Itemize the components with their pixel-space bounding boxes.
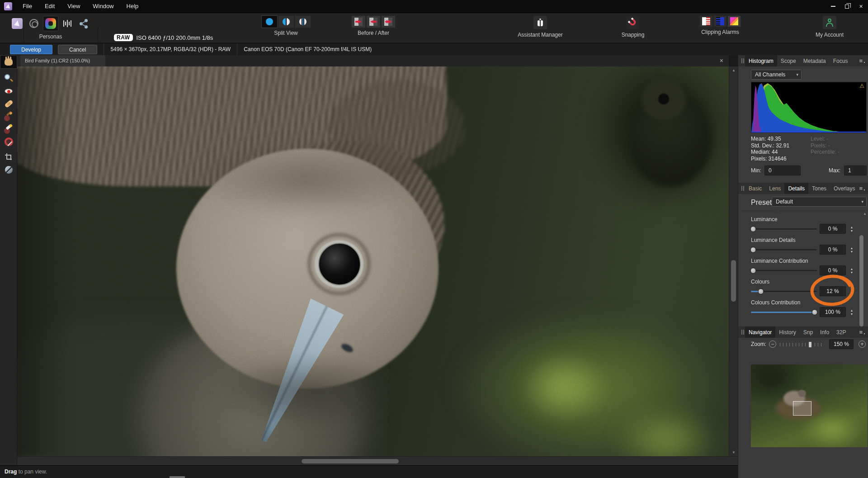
menu-item-file[interactable]: File <box>16 0 38 13</box>
remove-overlay-tool[interactable] <box>0 163 17 176</box>
warning-icon[interactable]: ⚠ <box>859 83 864 89</box>
horizontal-scroll-thumb[interactable] <box>302 459 399 464</box>
details-scrollbar-thumb[interactable] <box>859 235 863 327</box>
photo-persona-button[interactable] <box>9 16 25 31</box>
menu-item-edit[interactable]: Edit <box>38 0 61 13</box>
zoom-slider[interactable] <box>780 343 821 346</box>
tab-overlays[interactable]: Overlays <box>830 183 859 194</box>
gamut-clipping-button[interactable] <box>728 16 741 27</box>
navigator-view-rect[interactable] <box>793 401 811 416</box>
tab-32p[interactable]: 32P <box>833 327 849 338</box>
canvas-horizontal-scrollbar[interactable] <box>17 456 738 465</box>
stepper-up-icon[interactable]: ▲ <box>849 246 855 250</box>
my-account-button[interactable] <box>823 16 836 29</box>
scroll-up-icon[interactable]: ▲ <box>863 212 867 216</box>
stepper-down-icon[interactable]: ▼ <box>849 229 855 232</box>
slider-stepper[interactable]: ▲▼ <box>849 267 855 274</box>
scroll-up-icon[interactable]: ▲ <box>729 68 738 72</box>
show-after-button[interactable] <box>352 16 365 28</box>
slider-track[interactable] <box>751 249 817 251</box>
tab-histogram[interactable]: Histogram <box>745 55 777 66</box>
minimize-button[interactable] <box>826 0 840 13</box>
overlay-erase-tool[interactable] <box>0 122 17 136</box>
slider-thumb[interactable] <box>750 268 756 274</box>
assistant-manager-button[interactable] <box>533 16 547 29</box>
canvas-vertical-scrollbar[interactable]: ▲ ▼ <box>729 66 738 456</box>
histogram-chart[interactable]: ⚠ <box>751 82 867 133</box>
split-view-mirror-button[interactable] <box>295 16 311 28</box>
tab-basic[interactable]: Basic <box>745 183 765 194</box>
zoom-slider-thumb[interactable] <box>808 341 812 348</box>
slider-thumb[interactable] <box>812 309 818 315</box>
export-persona-button[interactable] <box>76 16 92 31</box>
tab-history[interactable]: History <box>775 327 799 338</box>
slider-thumb[interactable] <box>750 226 756 232</box>
show-before-button[interactable] <box>367 16 380 28</box>
tab-lens[interactable]: Lens <box>765 183 784 194</box>
panel-drag-handle[interactable] <box>741 327 745 338</box>
tab-scope[interactable]: Scope <box>777 55 800 66</box>
maximize-button[interactable] <box>840 0 854 13</box>
stepper-up-icon[interactable]: ▲ <box>849 267 855 270</box>
stepper-down-icon[interactable]: ▼ <box>849 250 855 253</box>
slider-track[interactable] <box>751 312 817 313</box>
zoom-out-button[interactable]: − <box>769 341 776 348</box>
tone-mapping-persona-button[interactable] <box>60 16 75 31</box>
close-button[interactable]: × <box>854 0 868 13</box>
vertical-scroll-thumb[interactable] <box>731 260 736 302</box>
split-view-half-button[interactable] <box>278 16 294 28</box>
tab-focus[interactable]: Focus <box>830 55 852 66</box>
crop-tool[interactable] <box>0 150 17 164</box>
tab-details[interactable]: Details <box>784 183 808 194</box>
blemish-removal-tool[interactable] <box>0 97 17 110</box>
panel-menu-icon[interactable]: ≡ <box>859 57 865 64</box>
tab-info[interactable]: Info <box>816 327 833 338</box>
overlay-gradient-tool[interactable] <box>0 135 17 148</box>
toggle-before-after-button[interactable] <box>382 16 395 28</box>
zoom-in-button[interactable]: + <box>859 341 866 348</box>
zoom-value[interactable]: 150 % <box>829 339 854 349</box>
tab-tones[interactable]: Tones <box>808 183 830 194</box>
slider-value[interactable]: 100 % <box>820 307 846 317</box>
panel-drag-handle[interactable] <box>741 183 745 194</box>
navigator-thumbnail[interactable] <box>751 364 868 447</box>
slider-stepper[interactable]: ▲▼ <box>849 309 855 316</box>
preset-select[interactable]: Default ▾ <box>772 197 867 207</box>
tab-navigator[interactable]: Navigator <box>745 327 775 338</box>
slider-value[interactable]: 0 % <box>820 245 846 255</box>
overlay-paint-tool[interactable] <box>0 109 17 123</box>
develop-persona-button[interactable] <box>43 16 58 31</box>
red-eye-removal-tool[interactable] <box>0 84 17 98</box>
panel-menu-icon[interactable]: ≡ <box>859 329 865 336</box>
shadow-clipping-button[interactable] <box>714 16 726 27</box>
view-tool[interactable] <box>0 55 17 69</box>
menu-item-view[interactable]: View <box>61 0 86 13</box>
image-canvas[interactable] <box>17 66 729 456</box>
stepper-down-icon[interactable]: ▼ <box>849 292 855 295</box>
scroll-down-icon[interactable]: ▼ <box>729 450 738 454</box>
slider-stepper[interactable]: ▲▼ <box>849 288 855 295</box>
slider-thumb[interactable] <box>750 247 756 253</box>
tab-metadata[interactable]: Metadata <box>800 55 830 66</box>
slider-stepper[interactable]: ▲▼ <box>849 246 855 253</box>
min-input[interactable]: 0 <box>764 166 801 175</box>
highlight-clipping-button[interactable] <box>700 16 712 27</box>
develop-button[interactable]: Develop <box>10 45 52 54</box>
document-tab[interactable]: Bird Family (1).CR2 (150.0%) <box>20 55 105 66</box>
zoom-tool[interactable] <box>0 71 17 85</box>
max-input[interactable]: 1 <box>844 166 867 175</box>
panel-menu-icon[interactable]: ≡ <box>859 185 865 192</box>
split-view-off-button[interactable] <box>262 16 277 28</box>
slider-track[interactable] <box>751 270 817 271</box>
slider-value[interactable]: 12 % <box>820 286 846 296</box>
tab-snp[interactable]: Snp <box>800 327 816 338</box>
slider-stepper[interactable]: ▲▼ <box>849 226 855 232</box>
cancel-button[interactable]: Cancel <box>58 45 97 54</box>
stepper-up-icon[interactable]: ▲ <box>849 309 855 312</box>
slider-track[interactable] <box>751 228 817 230</box>
slider-track[interactable] <box>751 291 817 292</box>
stepper-up-icon[interactable]: ▲ <box>849 288 855 291</box>
stepper-down-icon[interactable]: ▼ <box>849 312 855 316</box>
channel-select[interactable]: All Channels ▾ <box>751 70 802 80</box>
slider-value[interactable]: 0 % <box>820 265 846 275</box>
